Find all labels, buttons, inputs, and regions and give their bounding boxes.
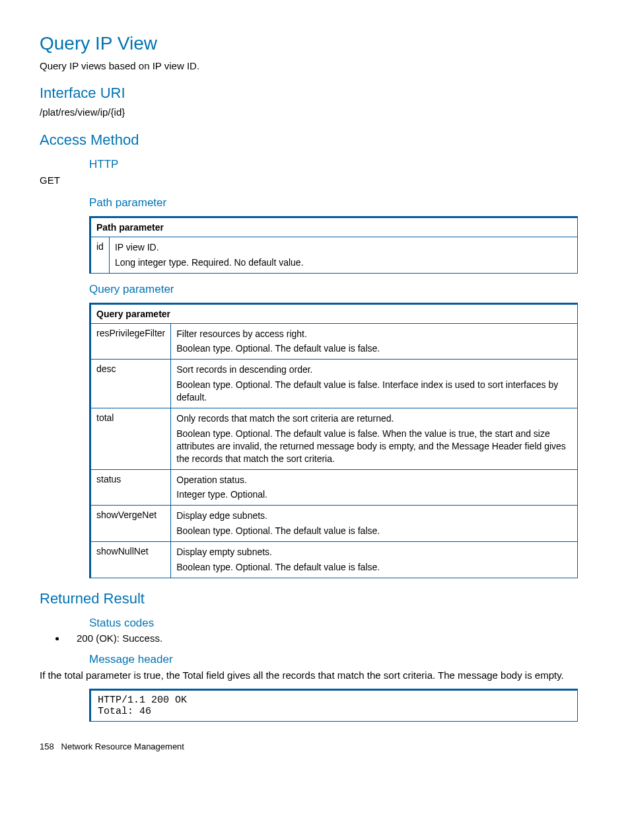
table-row: desc Sort records in descending order. B… — [90, 360, 578, 408]
table-row: showNullNet Display empty subnets. Boole… — [90, 542, 578, 578]
param-desc: Display edge subnets. Boolean type. Opti… — [171, 506, 578, 542]
param-desc: Operation status. Integer type. Optional… — [171, 469, 578, 506]
code-block: HTTP/1.1 200 OK Total: 46 — [89, 689, 578, 722]
path-param-heading: Path parameter — [89, 196, 590, 210]
param-name: resPrivilegeFilter — [90, 323, 171, 360]
table-row: resPrivilegeFilter Filter resources by a… — [90, 323, 578, 360]
table-row: id IP view ID. Long integer type. Requir… — [90, 237, 578, 273]
http-heading: HTTP — [89, 158, 590, 171]
param-desc: Filter resources by access right. Boolea… — [171, 323, 578, 360]
status-code-item: 200 (OK): Success. — [66, 632, 590, 644]
query-param-heading: Query parameter — [89, 283, 590, 296]
page-footer: 158 Network Resource Management — [40, 742, 590, 751]
status-codes-heading: Status codes — [89, 617, 590, 630]
param-name: desc — [90, 360, 171, 408]
param-name: total — [90, 408, 171, 469]
page-title: Query IP View — [40, 33, 590, 54]
table-row: status Operation status. Integer type. O… — [90, 469, 578, 506]
status-codes-list: 200 (OK): Success. — [40, 632, 590, 644]
param-name: showVergeNet — [90, 506, 171, 542]
param-desc: Sort records in descending order. Boolea… — [171, 360, 578, 408]
intro-text: Query IP views based on IP view ID. — [40, 59, 590, 73]
message-header-body: If the total parameter is true, the Tota… — [40, 669, 590, 682]
footer-section: Network Resource Management — [61, 742, 184, 751]
param-desc: Only records that match the sort criteri… — [171, 408, 578, 469]
returned-result-heading: Returned Result — [40, 590, 590, 607]
path-table-header: Path parameter — [90, 217, 578, 237]
param-name: id — [90, 237, 110, 273]
interface-uri-value: /plat/res/view/ip/{id} — [40, 106, 590, 119]
param-desc: Display empty subnets. Boolean type. Opt… — [171, 542, 578, 578]
http-value: GET — [40, 174, 590, 187]
param-desc: IP view ID. Long integer type. Required.… — [109, 237, 577, 273]
table-row: total Only records that match the sort c… — [90, 408, 578, 469]
message-header-heading: Message header — [89, 653, 590, 666]
access-method-heading: Access Method — [40, 132, 590, 149]
query-param-table: Query parameter resPrivilegeFilter Filte… — [89, 303, 578, 578]
table-row: showVergeNet Display edge subnets. Boole… — [90, 506, 578, 542]
page-number: 158 — [40, 742, 54, 751]
path-param-table: Path parameter id IP view ID. Long integ… — [89, 216, 578, 274]
query-table-header: Query parameter — [90, 303, 578, 323]
interface-uri-heading: Interface URI — [40, 85, 590, 102]
param-name: status — [90, 469, 171, 506]
param-name: showNullNet — [90, 542, 171, 578]
